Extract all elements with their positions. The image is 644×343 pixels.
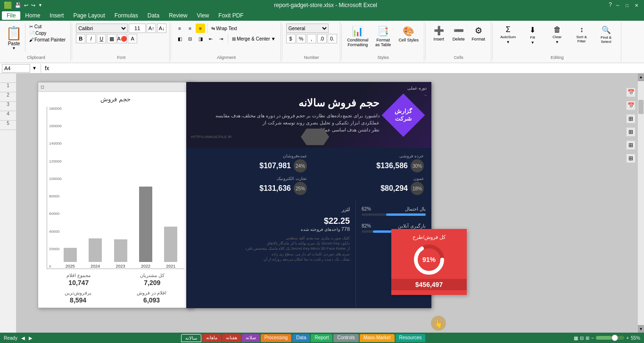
italic-button[interactable]: I xyxy=(86,34,96,43)
redo-icon[interactable]: ↪ xyxy=(31,2,35,8)
sheet-tab-mass-market[interactable]: Mass-Market xyxy=(360,334,395,342)
formula-input[interactable] xyxy=(51,64,642,73)
comma-button[interactable]: , xyxy=(307,34,316,43)
underline-button[interactable]: U xyxy=(97,34,106,43)
percent-button[interactable]: % xyxy=(297,34,306,43)
bar-2025-fill xyxy=(64,248,77,262)
expand-icon[interactable]: ▼ xyxy=(32,65,37,71)
menu-foxit[interactable]: Foxit PDF xyxy=(214,11,248,20)
indent-increase[interactable]: ⇥ xyxy=(216,34,226,43)
undo-icon[interactable]: ↩ xyxy=(24,2,28,8)
menu-view[interactable]: View xyxy=(192,11,214,20)
decimal-decrease[interactable]: 0. xyxy=(328,34,337,43)
product-info-section: لئزر $22.25 778 واحدهای فروخته شده کلیک … xyxy=(186,201,356,308)
format-table-button[interactable]: 📑 Format as Table xyxy=(371,24,396,49)
save-icon[interactable]: 💾 xyxy=(15,2,21,8)
decimal-increase[interactable]: .0 xyxy=(317,34,327,43)
font-color-button[interactable]: A xyxy=(128,34,137,43)
autosum-button[interactable]: Σ AutoSum ▼ xyxy=(496,24,520,46)
menu-file[interactable]: File xyxy=(2,11,20,20)
calendar-icon-1[interactable]: 📅 xyxy=(626,88,636,97)
customize-icon[interactable]: ▼ xyxy=(38,3,42,8)
align-center[interactable]: ⊟ xyxy=(185,34,195,43)
format-button[interactable]: ⚙ Format xyxy=(469,24,488,43)
bold-button[interactable]: B xyxy=(76,34,85,43)
align-right[interactable]: ◨ xyxy=(196,34,205,43)
calendar-icon-2[interactable]: 📅 xyxy=(626,101,636,110)
menu-review[interactable]: Review xyxy=(164,11,192,20)
view-page-layout[interactable]: ⊟ xyxy=(580,335,584,341)
bar-2024: 2024 xyxy=(86,238,104,269)
grid-icon-1[interactable]: ⊞ xyxy=(626,114,636,123)
fill-color-button[interactable]: A🔴 xyxy=(117,34,127,43)
sheet-tab-report[interactable]: Report xyxy=(311,334,332,342)
nav-next[interactable]: ▶ xyxy=(29,335,33,341)
delete-button[interactable]: ➖ Delete xyxy=(449,24,468,43)
close-btn[interactable]: ✕ xyxy=(633,1,640,9)
sheet-tab-controls[interactable]: Controls xyxy=(333,334,358,342)
grid-icon-2[interactable]: ⊞ xyxy=(626,127,636,137)
nav-prev[interactable]: ◀ xyxy=(21,335,25,341)
zoom-in[interactable]: + xyxy=(626,335,629,341)
cell-styles-button[interactable]: 🎨 Cell Styles xyxy=(396,24,421,44)
view-page-break[interactable]: ⊞ xyxy=(586,335,589,341)
fill-button[interactable]: ⬇ Fill ▼ xyxy=(521,24,545,47)
sheet-tab-salane[interactable]: سالانه xyxy=(181,334,201,342)
clipboard-label: Clipboard xyxy=(27,54,45,60)
font-size-decrease[interactable]: A↓ xyxy=(157,24,166,33)
row-headers: 1 2 3 4 5 xyxy=(0,74,17,333)
align-left[interactable]: ◧ xyxy=(175,34,184,43)
purple-diamond-container: گزارششرکت xyxy=(384,96,422,134)
zoom-out[interactable]: − xyxy=(591,335,594,341)
find-select-button[interactable]: 🔍 Find & Select xyxy=(594,24,618,46)
status-right: ▦ ⊟ ⊞ − + 55% xyxy=(574,335,640,341)
sort-filter-button[interactable]: ↕ Sort & Filter xyxy=(570,24,594,45)
align-top-left[interactable]: ≡ xyxy=(175,24,184,33)
wrap-text-button[interactable]: ⇋ Wrap Text xyxy=(209,24,239,33)
bar-2024-fill xyxy=(89,238,102,262)
sheet-tab-haftegane[interactable]: هفتانه xyxy=(222,334,241,342)
sheet-tab-data[interactable]: Data xyxy=(292,334,310,342)
sheet-tab-resources[interactable]: Resources xyxy=(396,334,426,342)
menu-formulas[interactable]: Formulas xyxy=(110,11,143,20)
number-format-select[interactable]: General xyxy=(286,24,329,33)
merge-center-button[interactable]: ⊞ Merge & Center ▼ xyxy=(230,34,278,43)
view-normal[interactable]: ▦ xyxy=(574,335,578,341)
vertical-scrollbar[interactable]: ▲ ▼ xyxy=(637,74,644,333)
stat-ecommerce: تجارت الکترونیک 25% $131,636 xyxy=(194,176,307,195)
align-top-center[interactable]: ≡ xyxy=(185,24,195,33)
popup-left-content: حجم فروش 0 20000 40000 60000 80000 10000… xyxy=(38,92,193,308)
insert-button[interactable]: ➕ Insert xyxy=(429,24,448,43)
conditional-formatting-button[interactable]: 📊 Conditional Formatting xyxy=(346,24,370,49)
font-name-select[interactable]: Calibri xyxy=(76,24,128,33)
menu-home[interactable]: Home xyxy=(20,11,45,20)
menu-data[interactable]: Data xyxy=(143,11,164,20)
clear-button[interactable]: 🗑 Clear ▼ xyxy=(545,24,569,46)
font-size-input[interactable] xyxy=(129,24,146,33)
menu-page-layout[interactable]: Page Layout xyxy=(68,11,109,20)
sheet-tab-mahane[interactable]: ماهانه xyxy=(202,334,221,342)
border-button[interactable]: ▦ xyxy=(107,34,116,43)
cell-reference-input[interactable] xyxy=(2,64,30,73)
grid-icon-4[interactable]: ⊞ xyxy=(626,154,636,163)
zoom-level: 55% xyxy=(631,335,640,341)
paste-button[interactable]: 📋 Paste ▼ xyxy=(5,24,25,52)
format-painter-button[interactable]: 🖌 Format Painter xyxy=(27,37,67,43)
y-axis-labels: 0 20000 40000 60000 80000 100000 120000 … xyxy=(48,106,63,269)
menu-insert[interactable]: Insert xyxy=(45,11,68,20)
minimize-btn[interactable]: ─ xyxy=(614,1,621,9)
help-icon[interactable]: ? xyxy=(609,1,612,9)
grid-icon-3[interactable]: ⊞ xyxy=(626,140,636,150)
maximize-btn[interactable]: □ xyxy=(623,1,631,9)
currency-button[interactable]: $ xyxy=(286,34,296,43)
sheet-tab-processing[interactable]: Processing xyxy=(261,334,291,342)
zoom-slider[interactable] xyxy=(596,336,624,340)
font-size-increase[interactable]: A↑ xyxy=(147,24,156,33)
indent-decrease[interactable]: ⇤ xyxy=(206,34,215,43)
copy-button[interactable]: 📄 Copy xyxy=(27,30,67,36)
cut-button[interactable]: ✂ Cut xyxy=(27,24,67,30)
sheet-tab-salane2[interactable]: صلانه xyxy=(242,334,260,342)
font-controls: Calibri A↑ A↓ B I U ▦ A🔴 A xyxy=(76,24,166,43)
align-top-right[interactable]: ≡ xyxy=(196,24,205,33)
function-icon[interactable]: fx xyxy=(45,65,49,72)
